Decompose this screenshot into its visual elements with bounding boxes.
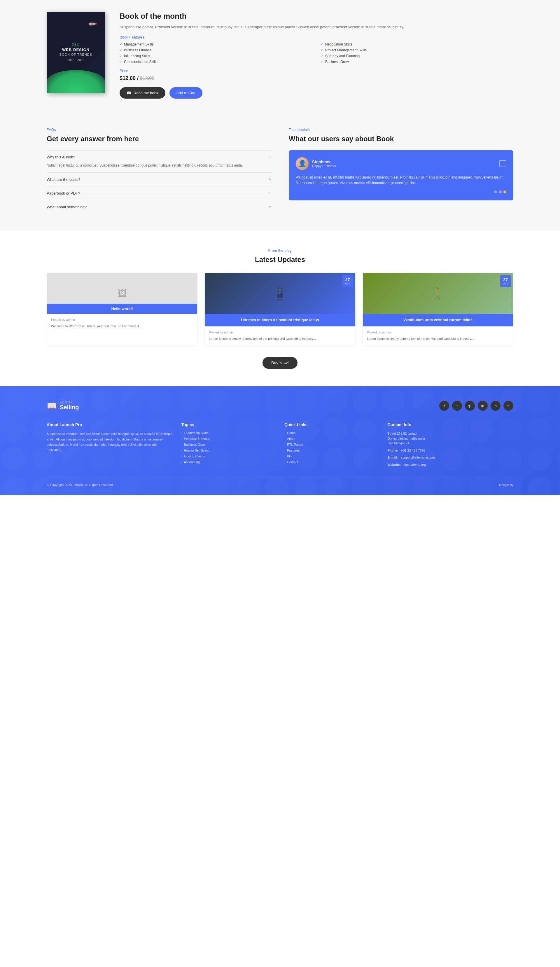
topic-personal-branding[interactable]: › Personal Branding bbox=[181, 437, 276, 441]
topic-business-grow[interactable]: › Business Grow bbox=[181, 443, 276, 446]
footer-columns: About Launch Pro Suspendisse interdum, n… bbox=[47, 422, 513, 469]
topic-label: Business Grow bbox=[184, 443, 205, 446]
quicklink-about[interactable]: › About bbox=[284, 437, 379, 441]
book-logo: EBO bbox=[72, 43, 80, 46]
design-by-text: Design by bbox=[499, 483, 513, 487]
blog-card-2[interactable]: 📱 27 OCT Ultricies ut libero a tincidunt… bbox=[204, 273, 355, 345]
book-icon: 📖 bbox=[127, 91, 131, 95]
feature-business-grow: ✓ Business Grow bbox=[321, 60, 513, 64]
add-to-cart-button[interactable]: Add to Cart bbox=[170, 87, 203, 99]
email-address: support@sitename.com bbox=[401, 455, 435, 459]
topic-label: How to Set Goals bbox=[184, 449, 209, 452]
price-old: $12.00 bbox=[140, 76, 154, 81]
chevron-right-icon: › bbox=[181, 437, 182, 440]
blog-card-1[interactable]: 🖼 Hello world! Posted by admin Welcome t… bbox=[47, 273, 198, 345]
testimonial-author-info: Stephens Happy Customer bbox=[312, 160, 336, 168]
footer-logo-brand: Selling bbox=[60, 404, 79, 411]
social-pinterest-icon[interactable]: p bbox=[491, 401, 501, 411]
book-cover: EBO 🚀 WEB DESIGN BOOK OF TRENDS 2015 - 2… bbox=[47, 12, 105, 93]
dot-2[interactable] bbox=[499, 190, 502, 193]
feature-project-mgmt: ✓ Project Management Skills bbox=[321, 48, 513, 52]
phone-label: Phone: bbox=[388, 449, 399, 452]
footer-logo-text-block: EBOOK Selling bbox=[60, 401, 79, 411]
features-grid: ✓ Management Skills ✓ Negotiation Skills… bbox=[120, 42, 513, 64]
footer-quicklinks-col: Quick Links › Home › About › RTL Tested … bbox=[284, 422, 379, 469]
blog-title-box-3: Vestibulum urna vestibul rutrum tellus bbox=[363, 314, 513, 326]
rocket-icon: 🚀 bbox=[87, 19, 98, 29]
social-twitter-icon[interactable]: t bbox=[452, 401, 462, 411]
quicklink-contact[interactable]: › Contact bbox=[284, 460, 379, 464]
quicklink-label: Blog bbox=[287, 454, 293, 458]
faq-item-1: Why this eBook? − Nullam eget luctu, qui… bbox=[47, 150, 271, 172]
footer-logo: 📖 EBOOK Selling bbox=[47, 401, 79, 411]
chevron-right-icon: › bbox=[181, 455, 182, 458]
person-walking-icon: 🚶 bbox=[430, 287, 445, 300]
faq-item-4: What about something? + bbox=[47, 200, 271, 213]
social-linkedin-icon[interactable]: in bbox=[478, 401, 488, 411]
faq-question-text: What are the costs? bbox=[47, 177, 81, 182]
book-info: Book of the month Suspendisse potent. Pr… bbox=[120, 12, 513, 99]
dot-1[interactable] bbox=[494, 190, 497, 193]
feature-strategy: ✓ Strategy and Planning bbox=[321, 54, 513, 58]
topic-leadership[interactable]: › Leadership Skills bbox=[181, 431, 276, 435]
chevron-right-icon: › bbox=[284, 431, 285, 434]
chevron-right-icon: › bbox=[181, 449, 182, 452]
quicklink-home[interactable]: › Home bbox=[284, 431, 379, 435]
faq-question-4[interactable]: What about something? + bbox=[47, 204, 271, 210]
social-google-icon[interactable]: g+ bbox=[465, 401, 475, 411]
testimonials-heading: What our users say about Book bbox=[289, 134, 513, 143]
chevron-right-icon: › bbox=[181, 443, 182, 446]
faq-question-3[interactable]: Paperbook or PDF? + bbox=[47, 190, 271, 196]
book-description: Suspendisse potent. Praesent veisem in s… bbox=[120, 24, 513, 30]
email-label: E-mail: bbox=[388, 455, 399, 459]
feature-management: ✓ Management Skills bbox=[120, 42, 312, 46]
footer-quicklinks-title: Quick Links bbox=[284, 422, 379, 427]
topic-accounting[interactable]: › Accounting bbox=[181, 460, 276, 464]
faq-answer-1: Nullam eget luctu, quis sollicituet. Sus… bbox=[47, 163, 271, 168]
faq-plus-icon: + bbox=[268, 190, 271, 196]
chevron-right-icon: › bbox=[284, 455, 285, 458]
quicklink-blog[interactable]: › Blog bbox=[284, 454, 379, 458]
copyright-text: © Copyright 2020 Launch. All Rights Rese… bbox=[47, 483, 113, 487]
faq-question-text: Paperbook or PDF? bbox=[47, 191, 80, 195]
topic-label: Personal Branding bbox=[184, 437, 210, 441]
date-day: 27 bbox=[345, 277, 350, 282]
quicklink-features[interactable]: › Features bbox=[284, 449, 379, 452]
hero-section: EBO 🚀 WEB DESIGN BOOK OF TRENDS 2015 - 2… bbox=[0, 0, 560, 110]
faq-testimonials-section: FAQs Get every answer from here Why this… bbox=[0, 110, 560, 231]
chevron-right-icon: › bbox=[284, 437, 285, 440]
quicklink-label: Contact bbox=[287, 460, 298, 464]
blog-content-2: Posted by admin Lorem Ipsum is simply du… bbox=[205, 327, 355, 345]
footer-about-text: Suspendisse interdum, nisi nec effitur a… bbox=[47, 431, 172, 453]
footer: 📖 EBOOK Selling f t g+ in p s About Laun… bbox=[0, 386, 560, 495]
social-facebook-icon[interactable]: f bbox=[439, 401, 449, 411]
testimonial-name: Stephens bbox=[312, 160, 336, 164]
dot-3-active[interactable] bbox=[503, 190, 506, 193]
feature-label: Negotiation Skills bbox=[325, 42, 352, 46]
topic-set-goals[interactable]: › How to Set Goals bbox=[181, 449, 276, 452]
quicklink-rtl[interactable]: › RTL Tested bbox=[284, 443, 379, 446]
footer-contact-col: Contact Info Street 239,52 temporDonec u… bbox=[388, 422, 513, 469]
blog-card-3[interactable]: 🚶 27 OCT Vestibulum urna vestibul rutrum… bbox=[362, 273, 513, 345]
testimonial-navigation-dots bbox=[296, 190, 506, 193]
footer-contact-title: Contact Info bbox=[388, 422, 513, 427]
chevron-right-icon: › bbox=[284, 460, 285, 464]
topic-finding-clients[interactable]: › Finding Clients bbox=[181, 454, 276, 458]
buy-now-button[interactable]: Buy Now! bbox=[262, 357, 298, 369]
faq-question-1[interactable]: Why this eBook? − bbox=[47, 155, 271, 160]
feature-label: Business Finance bbox=[124, 48, 152, 52]
social-icons-row: f t g+ in p s bbox=[439, 401, 513, 411]
faq-item-2: What are the costs? + bbox=[47, 172, 271, 186]
blog-title-box-2: Ultricies ut libero a tincidunt tristiqu… bbox=[205, 314, 355, 326]
topic-label: Leadership Skills bbox=[184, 431, 208, 435]
testimonials-section: Testimonials What our users say about Bo… bbox=[289, 128, 513, 213]
check-icon: ✓ bbox=[321, 48, 323, 52]
social-skype-icon[interactable]: s bbox=[503, 401, 513, 411]
read-book-button[interactable]: 📖 Read the book bbox=[120, 87, 165, 99]
book-title-sub: BOOK OF TRENDS bbox=[59, 53, 92, 56]
faq-question-2[interactable]: What are the costs? + bbox=[47, 177, 271, 182]
faq-minus-icon: − bbox=[268, 155, 271, 160]
chevron-right-icon: › bbox=[181, 460, 182, 464]
chevron-right-icon: › bbox=[284, 443, 285, 446]
feature-label: Communication Skills bbox=[124, 60, 158, 64]
